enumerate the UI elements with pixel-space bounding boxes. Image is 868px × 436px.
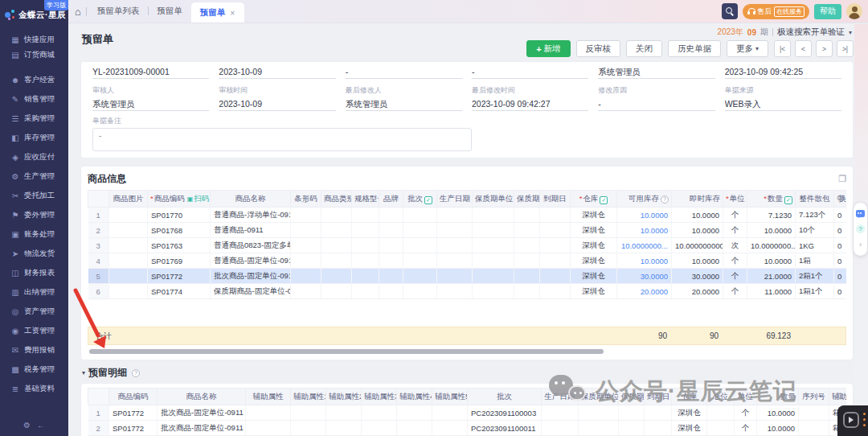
instant-stock-cell: 10.0000000000 (672, 238, 723, 253)
scrollbar-thumb[interactable] (89, 349, 604, 354)
sidebar-item[interactable]: ▦ 快捷应用 (0, 32, 68, 47)
remark-input[interactable]: - (92, 128, 472, 151)
sidebar-item[interactable]: ◎ 资产管理 (0, 302, 68, 321)
sidebar-item[interactable]: ◫ 财务报表 (0, 263, 68, 282)
sidebar-item[interactable]: ◉ 工资管理 (0, 321, 68, 340)
sidebar-item[interactable]: ▤ 订货商城 (0, 47, 68, 63)
tab[interactable]: 预留单 × (191, 2, 244, 23)
unit-cell: 个 (735, 421, 757, 436)
sidebar-item[interactable]: ▩ 税务管理 (0, 360, 68, 379)
toolbar-button[interactable]: 历史单据 (668, 40, 721, 57)
sidebar-item[interactable]: ◧ 库存管理 (0, 128, 68, 147)
tab-bar: ⌂ 预留单列表 预留单 预留单 × (68, 0, 244, 23)
table-row[interactable]: 5 SP01772 批次商品-固定单位-0911 (88, 269, 847, 284)
collapse-triangle-icon[interactable]: ▾ (82, 369, 85, 376)
column-settings-gear-icon[interactable]: ⚙ (836, 193, 844, 204)
col-header-prod-date: 生产日期 (542, 389, 579, 405)
form-field-value[interactable]: 2023-10-09 09:42:25 (725, 65, 841, 79)
tab[interactable]: 预留单列表 (88, 0, 149, 23)
sidebar-item-label: 税务管理 (24, 364, 55, 375)
col-header-aux5: 辅助属性5 (432, 389, 468, 405)
table-row[interactable]: 2 SP01768 普通商品-0911 (88, 223, 847, 238)
warehouse-toggle-icon[interactable]: ✓ (600, 196, 608, 204)
form-field-value[interactable]: - (346, 65, 462, 79)
settings-icon[interactable]: ⚙ (23, 421, 31, 430)
batch-cell (403, 208, 437, 223)
user-avatar[interactable] (846, 3, 862, 19)
batch-toggle-icon[interactable]: ✓ (424, 196, 432, 204)
toolbar-button[interactable]: 关闭 (626, 40, 662, 57)
table-row[interactable]: 2 SP01772 批次商品-固定单位-0911 PC20230 (88, 421, 847, 436)
sidebar-item-label: 生产管理 (24, 171, 55, 182)
collapse-icon[interactable]: ← (37, 421, 45, 430)
available-stock-link[interactable]: 10.0000000... (617, 238, 672, 253)
sidebar-item[interactable]: ☰ 采购管理 (0, 109, 68, 128)
sidebar-item[interactable]: ≣ 基础资料 (0, 379, 68, 398)
sidebar-item-label: 采购管理 (24, 113, 55, 124)
qty-toggle-icon[interactable]: ✓ (784, 196, 792, 204)
form-field: 审核人 系统管理员 (92, 84, 209, 111)
remark-label: 单据备注 (92, 116, 841, 126)
sidebar-item[interactable]: ✂ 受托加工 (0, 186, 68, 205)
category-cell (321, 223, 352, 238)
search-button[interactable] (722, 3, 738, 19)
sidebar-item[interactable]: ✉ 费用报销 (0, 340, 68, 360)
name-cell: 普通商品0823-固定多单位 (211, 238, 291, 253)
form-field-value[interactable]: - (472, 65, 588, 79)
sidebar-item[interactable]: ⚙ 生产管理 (0, 167, 68, 186)
help-circle-icon[interactable]: ? (856, 224, 865, 233)
table-row[interactable]: 3 SP01763 普通商品0823-固定多单位 (88, 238, 847, 253)
table-row[interactable]: 1 SP01772 批次商品-固定单位-0911 PC20230 (88, 405, 847, 421)
prod-date-cell (542, 405, 579, 421)
close-icon[interactable]: × (230, 8, 235, 18)
form-field-value[interactable]: YL-20231009-00001 (92, 65, 209, 79)
sidebar-item[interactable]: ▥ 出纳管理 (0, 282, 68, 302)
sidebar-item[interactable]: ▣ 账务处理 (0, 224, 68, 244)
available-stock-link[interactable]: 20.0000 (617, 284, 672, 299)
video-widget[interactable] (837, 405, 868, 436)
pager-button[interactable]: < (795, 40, 812, 57)
column-settings-gear-icon[interactable]: ⚙ (836, 391, 844, 401)
add-button[interactable]: + 新增 (526, 40, 570, 57)
aux5-cell (432, 405, 468, 421)
divider (86, 7, 87, 16)
pager-button[interactable]: >| (837, 40, 854, 57)
widget-menu-dots-icon[interactable] (863, 413, 866, 426)
available-stock-link[interactable]: 30.0000 (617, 269, 672, 284)
after-sales-service-button[interactable]: 售后 在线服务 (743, 4, 809, 19)
form-field-value[interactable]: 2023-10-09 (219, 65, 335, 79)
chevron-right-icon[interactable]: › (859, 241, 862, 249)
quick-search-toggle[interactable]: 极速搜索开单验证 (777, 27, 845, 38)
chat-icon[interactable] (856, 210, 865, 217)
pager-button[interactable]: |< (774, 40, 791, 57)
form-field-label: 审核人 (92, 85, 209, 96)
name-cell: 普通商品-浮动单位-0911 (211, 208, 291, 223)
form-field-value: WEB录入 (725, 97, 841, 111)
fullscreen-icon[interactable]: ❐ (838, 174, 846, 184)
sidebar-item[interactable]: ➤ 物流发货 (0, 244, 68, 263)
available-stock-link[interactable]: 10.0000 (617, 253, 672, 269)
table-row[interactable]: 6 SP01774 保质期商品-固定单位-0911 (88, 284, 847, 299)
sidebar-item[interactable]: ⚑ 委外管理 (0, 205, 68, 224)
more-button[interactable]: 更多 ▾ (727, 40, 768, 57)
available-stock-link[interactable]: 10.0000 (617, 208, 672, 223)
sidebar-item-icon: ☻ (10, 76, 20, 84)
toolbar-button[interactable]: 反审核 (576, 40, 621, 57)
scan-link[interactable]: 扫码 (194, 194, 209, 203)
form-field: - (346, 65, 462, 79)
sidebar-item-label: 委外管理 (24, 210, 55, 220)
pager-button[interactable]: > (816, 40, 833, 57)
table-row[interactable]: 1 SP01770 普通商品-浮动单位-0911 (88, 208, 847, 223)
expiry-cell (540, 238, 571, 253)
form-field-value[interactable]: 系统管理员 (598, 65, 714, 79)
available-stock-link[interactable]: 10.0000 (617, 223, 672, 238)
sidebar-item[interactable]: ✎ 销售管理 (0, 89, 68, 109)
table-row[interactable]: 4 SP01769 普通商品-固定单位-0911 (88, 253, 847, 269)
col-header-instant-stock: 即时库存 (672, 191, 723, 208)
sidebar-item[interactable]: ◈ 应收应付 (0, 147, 68, 167)
tab[interactable]: 预留单 (148, 0, 191, 23)
help-button[interactable]: 帮助 (814, 4, 841, 19)
home-icon[interactable]: ⌂ (75, 6, 81, 18)
chevron-down-icon[interactable]: ▾ (849, 29, 852, 36)
sidebar-item[interactable]: ☻ 客户经营 (0, 70, 68, 89)
